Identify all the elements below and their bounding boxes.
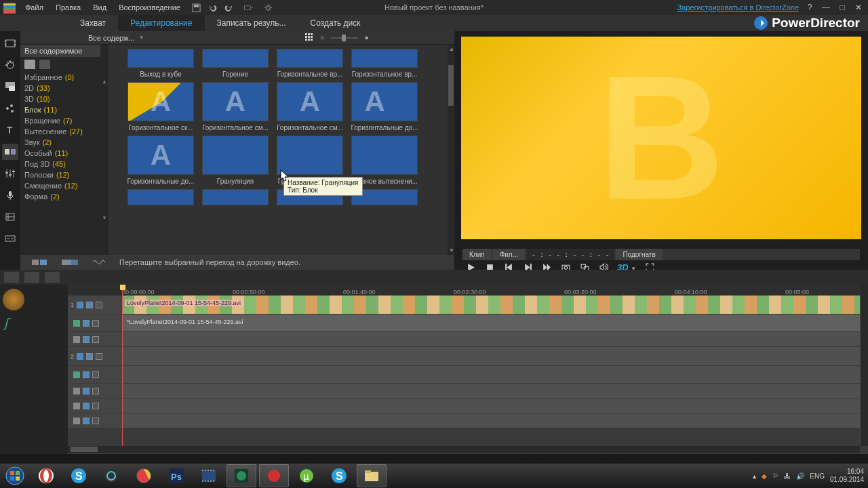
- timeline-tool-3[interactable]: [45, 272, 60, 283]
- timeline-track[interactable]: *LovelyPlanet2014-09-01 15-54-45-229.avi: [68, 314, 860, 332]
- category-item[interactable]: Вращение (7): [20, 115, 100, 126]
- tray-scrollbar[interactable]: ▲▼: [448, 45, 454, 255]
- category-item[interactable]: Звук (2): [20, 137, 100, 148]
- folder-icon[interactable]: [24, 60, 35, 69]
- track-lock-checkbox[interactable]: [96, 353, 102, 360]
- track-lock-checkbox[interactable]: [92, 336, 99, 343]
- thumbnail-cell[interactable]: AГоризонтальные до...: [347, 82, 422, 131]
- track-visible-checkbox[interactable]: [83, 320, 90, 327]
- track-header[interactable]: [68, 384, 122, 398]
- rail-transition-icon[interactable]: [2, 144, 18, 160]
- category-item[interactable]: Форма (2): [20, 191, 100, 202]
- category-item[interactable]: Особый (11): [20, 148, 100, 159]
- track-lock-checkbox[interactable]: [92, 403, 99, 409]
- rail-audio-mix-icon[interactable]: [2, 165, 18, 182]
- maximize-icon[interactable]: □: [837, 2, 848, 13]
- taskbar-skype1[interactable]: S: [64, 464, 94, 487]
- taskbar-movie[interactable]: [194, 464, 224, 487]
- redo-icon[interactable]: [223, 1, 235, 14]
- tab-edit[interactable]: Редактирование: [118, 15, 204, 31]
- timeline-track[interactable]: [68, 332, 860, 347]
- jog-wheel[interactable]: [3, 289, 24, 310]
- playhead[interactable]: [122, 285, 123, 446]
- taskbar-photoshop[interactable]: Ps: [161, 464, 191, 487]
- rail-particle-icon[interactable]: [2, 100, 18, 117]
- side-scroll-down-icon[interactable]: ▼: [102, 215, 107, 221]
- category-item[interactable]: Под 3D (45): [20, 159, 100, 169]
- menu-view[interactable]: Вид: [87, 3, 113, 12]
- timeline-vscroll[interactable]: [861, 285, 868, 446]
- thumbnail-cell[interactable]: Горизонтальное вр...: [347, 49, 422, 78]
- track-visible-checkbox[interactable]: [83, 388, 90, 394]
- sidebar-header[interactable]: Все содержимое: [20, 45, 100, 57]
- menu-file[interactable]: Файл: [19, 3, 50, 12]
- taskbar-powerdirector[interactable]: [226, 464, 256, 487]
- track-header[interactable]: 2: [68, 347, 122, 365]
- track-header[interactable]: [68, 332, 122, 346]
- taskbar-skype2[interactable]: S: [324, 464, 354, 487]
- timeline-track[interactable]: [68, 384, 860, 399]
- track-visible-checkbox[interactable]: [83, 403, 90, 409]
- timeline-tool-2[interactable]: [24, 272, 39, 283]
- track-visible-checkbox[interactable]: [86, 302, 93, 308]
- marker-icon[interactable]: ʃ: [4, 316, 15, 332]
- timeline-track[interactable]: [68, 413, 860, 428]
- timeline-clip[interactable]: *LovelyPlanet2014-09-01 15-54-45-229.avi: [122, 314, 860, 331]
- timeline-track[interactable]: [68, 399, 860, 413]
- thumb-small-icon[interactable]: ▫: [320, 32, 324, 44]
- track-visible-checkbox[interactable]: [86, 353, 93, 360]
- tray-flag-icon[interactable]: ⚐: [772, 472, 778, 480]
- track-header[interactable]: 1: [68, 296, 122, 314]
- taskbar-opera[interactable]: [31, 464, 61, 487]
- rail-media-icon[interactable]: [2, 35, 18, 52]
- track-header[interactable]: [68, 399, 122, 413]
- thumbnail-cell[interactable]: [123, 189, 198, 205]
- apply-video-track-icon[interactable]: [30, 258, 50, 267]
- track-header[interactable]: [68, 413, 122, 428]
- rail-pip-icon[interactable]: [2, 79, 18, 95]
- taskbar-utorrent[interactable]: µ: [292, 464, 321, 487]
- library-filter-dropdown[interactable]: Все содерж...▼: [88, 34, 144, 42]
- taskbar-colors[interactable]: [129, 464, 159, 487]
- tab-capture[interactable]: Захват: [68, 15, 118, 31]
- apply-cross-icon[interactable]: [60, 258, 80, 267]
- rail-title-icon[interactable]: T: [2, 122, 18, 138]
- thumbnail-cell[interactable]: Горение: [198, 49, 273, 78]
- track-lock-checkbox[interactable]: [92, 371, 99, 378]
- track-visible-checkbox[interactable]: [83, 336, 90, 343]
- thumbnail-cell[interactable]: AГоризонтальные до...: [123, 136, 198, 185]
- category-item[interactable]: 2D (33): [20, 83, 100, 94]
- taskbar-cam[interactable]: [96, 464, 126, 487]
- minimize-icon[interactable]: —: [821, 2, 831, 13]
- category-item[interactable]: Вытеснение (27): [20, 126, 100, 137]
- timeline-hscroll[interactable]: [68, 446, 860, 453]
- tray-net-icon[interactable]: 🖧: [784, 472, 791, 480]
- seg-clip[interactable]: Клип: [462, 249, 492, 260]
- register-link[interactable]: Зарегистрироваться в DirectorZone: [677, 3, 799, 12]
- seg-film[interactable]: Фил...: [493, 249, 525, 260]
- track-visible-checkbox[interactable]: [83, 371, 90, 378]
- help-icon[interactable]: ?: [804, 2, 815, 13]
- rail-voiceover-icon[interactable]: [2, 187, 18, 203]
- category-item[interactable]: Полоски (12): [20, 169, 100, 180]
- category-item[interactable]: Избранное (0): [20, 72, 100, 83]
- thumb-large-icon[interactable]: ▪: [365, 32, 369, 44]
- track-header[interactable]: [68, 366, 122, 383]
- track-visible-checkbox[interactable]: [83, 418, 90, 424]
- thumbnail-cell[interactable]: Выход в кубе: [123, 49, 198, 78]
- tray-up-icon[interactable]: ▴: [753, 472, 756, 480]
- clock[interactable]: 16:0401.09.2014: [830, 468, 864, 484]
- grid-view-icon[interactable]: [305, 32, 313, 44]
- thumbnail-cell[interactable]: Горизонтальное вр...: [273, 49, 347, 78]
- track-lock-checkbox[interactable]: [92, 418, 99, 424]
- category-item[interactable]: 3D (10): [20, 94, 100, 104]
- thumbnail-cell[interactable]: AГоризонтальное см...: [198, 82, 273, 131]
- tray-orange-icon[interactable]: ◆: [762, 472, 767, 480]
- save-icon[interactable]: [191, 1, 203, 14]
- track-header[interactable]: [68, 314, 122, 331]
- menu-edit[interactable]: Правка: [50, 3, 87, 12]
- timeline-tool-1[interactable]: [4, 272, 19, 283]
- rail-fx-icon[interactable]: [2, 57, 18, 73]
- track-lock-checkbox[interactable]: [96, 302, 102, 308]
- tab-disc[interactable]: Создать диск: [298, 15, 373, 31]
